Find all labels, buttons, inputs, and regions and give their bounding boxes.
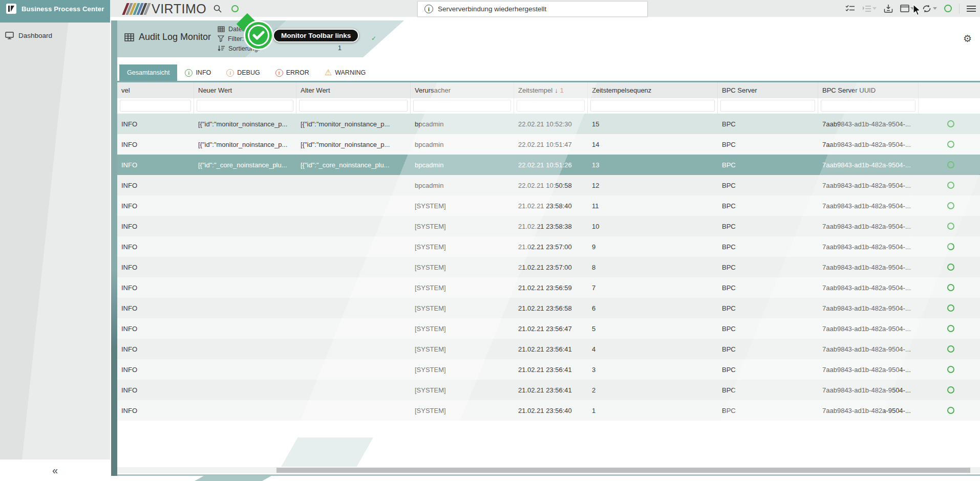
filter-input-level[interactable] xyxy=(120,100,191,112)
column-header-neuer-wert[interactable]: Neuer Wert xyxy=(194,82,296,98)
tour-beacon-circle[interactable] xyxy=(244,20,273,50)
filter-cell xyxy=(588,98,718,114)
audit-log-panel: Audit Log Monitor Datei: Filter: 0 ✓ xyxy=(117,20,980,467)
search-icon[interactable] xyxy=(213,4,222,13)
table-row[interactable]: INFO [SYSTEM] 21.02.21 23:56:47 5 BPC 7a… xyxy=(117,318,980,339)
sidebar-footer: « xyxy=(0,460,110,481)
tab-debug[interactable]: i DEBUG xyxy=(219,64,267,81)
table-body: INFO [{"id":"monitor_noinstance_p... [{"… xyxy=(117,114,980,421)
filter-input-alter-wert[interactable] xyxy=(299,100,408,112)
cell-bpc-server-uuid: 7aab9843-ad1b-482a-9504-... xyxy=(818,325,919,333)
table-row[interactable]: INFO bpcadmin 22.02.21 10:50:58 12 BPC 7… xyxy=(117,175,980,195)
cell-verursacher: [SYSTEM] xyxy=(411,264,514,271)
cell-zeitstempel: 22.02.21 10:51:47 xyxy=(514,141,588,148)
cell-bpc-server-uuid: 7aab9843-ad1b-482a-9504-... xyxy=(818,202,919,210)
cell-bpc-server-uuid: 7aab9843-ad1b-482a-9504-... xyxy=(818,366,919,374)
filter-cell xyxy=(411,98,514,114)
sidebar-item-dashboard[interactable]: Dashboard xyxy=(0,27,110,44)
check-icon xyxy=(252,31,265,40)
cell-status xyxy=(919,202,980,209)
cell-neuer-wert: [{"id":"_core_noinstance_plu... xyxy=(194,161,296,169)
gear-icon[interactable]: ⚙ xyxy=(963,34,972,43)
tab-error[interactable]: ! ERROR xyxy=(268,64,317,81)
bpc-logo-icon xyxy=(6,4,16,14)
checklist-icon[interactable] xyxy=(845,5,855,13)
cell-status xyxy=(919,304,980,312)
column-header-verursacher[interactable]: Verursacher xyxy=(411,82,514,98)
cell-alter-wert: [{"id":"monitor_noinstance_p... xyxy=(296,120,411,128)
grid-icon xyxy=(124,33,134,41)
bottom-accent-line xyxy=(117,474,980,476)
filter-cell xyxy=(919,98,980,114)
column-header-bpc-server[interactable]: BPC Server xyxy=(718,82,818,98)
cell-bpc-server: BPC xyxy=(718,284,818,292)
column-header-level[interactable]: vel xyxy=(117,82,194,98)
column-header-bpc-server-uuid[interactable]: BPC Server UUID xyxy=(818,82,919,98)
cell-level: INFO xyxy=(117,304,194,312)
table-row[interactable]: INFO [{"id":"monitor_noinstance_p... [{"… xyxy=(117,114,980,134)
column-header-status xyxy=(919,82,980,98)
column-header-zeitstempel[interactable]: Zeitstempel ↓ 1 xyxy=(514,82,588,98)
cell-verursacher: [SYSTEM] xyxy=(411,243,514,251)
column-header-alter-wert[interactable]: Alter Wert xyxy=(296,82,411,98)
filter-cell xyxy=(818,98,919,114)
cell-zeitstempel: 21.02.21 23:56:59 xyxy=(514,284,588,292)
cell-status xyxy=(919,223,980,230)
cell-bpc-server-uuid: 7aab9843-ad1b-482a-9504-... xyxy=(818,386,919,394)
cell-zeitstempel: 21.02.21 23:56:41 xyxy=(514,386,588,394)
cell-zeitstempelsequenz: 13 xyxy=(588,161,718,169)
table-row[interactable]: INFO [SYSTEM] 21.02.21 23:57:00 8 BPC 7a… xyxy=(117,257,980,277)
horizontal-scrollbar[interactable] xyxy=(117,467,980,473)
filter-input-neuer-wert[interactable] xyxy=(197,100,293,112)
filter-input-zeitstempel[interactable] xyxy=(517,100,585,112)
tabbar: Gesamtansicht i INFO i DEBUG ! ERROR ⚠ W… xyxy=(117,64,980,82)
table-row[interactable]: INFO [SYSTEM] 21.02.21 23:56:58 6 BPC 7a… xyxy=(117,298,980,318)
scrollbar-thumb[interactable] xyxy=(276,468,970,473)
table-row[interactable]: INFO [SYSTEM] 21.02.21 23:56:59 7 BPC 7a… xyxy=(117,277,980,298)
tab-gesamtansicht[interactable]: Gesamtansicht xyxy=(119,64,177,81)
cell-bpc-server: BPC xyxy=(718,264,818,271)
cell-zeitstempelsequenz: 2 xyxy=(588,386,718,394)
table-row[interactable]: INFO [SYSTEM] 21.02.21 23:58:40 11 BPC 7… xyxy=(117,195,980,216)
filter-input-bpc-server-uuid[interactable] xyxy=(821,100,915,112)
cell-verursacher: [SYSTEM] xyxy=(411,202,514,210)
filter-input-bpc-server[interactable] xyxy=(720,100,815,112)
cell-zeitstempelsequenz: 10 xyxy=(588,223,718,230)
connection-status-icon xyxy=(231,5,239,12)
cell-bpc-server: BPC xyxy=(718,223,818,230)
cell-level: INFO xyxy=(117,141,194,148)
sort-desc-icon: ↓ xyxy=(555,86,558,94)
meta-value: 1 xyxy=(338,45,342,52)
window-icon[interactable] xyxy=(900,5,914,12)
download-icon[interactable] xyxy=(884,4,893,13)
tab-warning[interactable]: ⚠ WARNING xyxy=(317,64,373,81)
status-ok-icon xyxy=(947,161,954,168)
status-ok-icon xyxy=(947,120,954,127)
table-row[interactable]: INFO [SYSTEM] 21.02.21 23:56:40 1 BPC 7a… xyxy=(117,400,980,421)
table-row[interactable]: INFO [SYSTEM] 21.02.21 23:56:41 2 BPC 7a… xyxy=(117,380,980,400)
tab-info[interactable]: i INFO xyxy=(177,64,219,81)
indent-list-icon[interactable] xyxy=(862,5,877,12)
cell-zeitstempelsequenz: 12 xyxy=(588,182,718,189)
table-row[interactable]: INFO [SYSTEM] 21.02.21 23:56:41 3 BPC 7a… xyxy=(117,359,980,380)
table-header: vel Neuer Wert Alter Wert Verursacher Ze… xyxy=(117,82,980,98)
column-header-zeitstempelsequenz[interactable]: Zeitstempelsequenz xyxy=(588,82,718,98)
filter-input-zeitstempelsequenz[interactable] xyxy=(590,100,715,112)
cell-verursacher: [SYSTEM] xyxy=(411,386,514,394)
cell-status xyxy=(919,284,980,291)
filter-input-verursacher[interactable] xyxy=(413,100,511,112)
cell-level: INFO xyxy=(117,345,194,353)
refresh-icon[interactable] xyxy=(922,4,937,13)
table-row[interactable]: INFO [SYSTEM] 21.02.21 23:58:38 10 BPC 7… xyxy=(117,216,980,236)
cell-zeitstempel: 21.02.21 23:58:38 xyxy=(514,223,588,230)
sort-icon xyxy=(218,45,225,52)
table-row[interactable]: INFO [{"id":"_core_noinstance_plu... [{"… xyxy=(117,155,980,175)
sidebar-collapse-button[interactable]: « xyxy=(47,465,63,475)
table-row[interactable]: INFO [{"id":"monitor_noinstance_p... [{"… xyxy=(117,134,980,155)
bottom-accent-wedge xyxy=(195,476,271,481)
cell-zeitstempel: 21.02.21 23:57:00 xyxy=(514,243,588,251)
table-row[interactable]: INFO [SYSTEM] 21.02.21 23:57:00 9 BPC 7a… xyxy=(117,236,980,257)
cell-status xyxy=(919,345,980,353)
table-row[interactable]: INFO [SYSTEM] 21.02.21 23:56:41 4 BPC 7a… xyxy=(117,339,980,359)
hamburger-menu-icon[interactable] xyxy=(967,5,976,12)
